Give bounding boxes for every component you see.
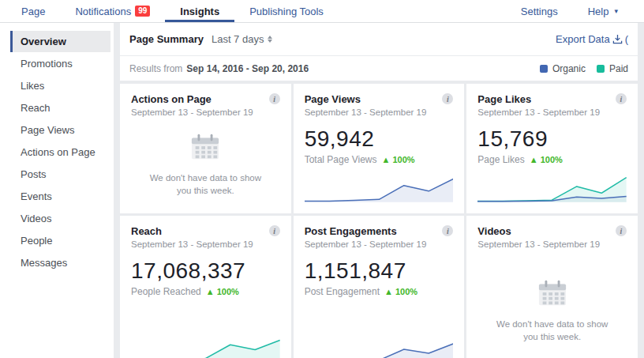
sidebar-item-messages[interactable]: Messages — [10, 252, 110, 273]
legend-organic: Organic — [540, 63, 586, 74]
card-date-range: September 13 - September 19 — [477, 239, 627, 249]
metric-value: 59,942 — [305, 126, 454, 152]
info-icon[interactable]: i — [269, 93, 280, 104]
metric-delta: ▲ 100% — [206, 287, 239, 296]
sidebar: OverviewPromotionsLikesReachPage ViewsAc… — [0, 23, 114, 358]
nav-tab-label: Page — [21, 6, 45, 17]
card-reach: Reach i September 13 - September 19 17,0… — [120, 216, 291, 358]
results-date-range: Sep 14, 2016 - Sep 20, 2016 — [186, 63, 309, 74]
info-icon[interactable]: i — [442, 93, 453, 104]
sidebar-item-promotions[interactable]: Promotions — [10, 53, 110, 74]
nav-tab-insights[interactable]: Insights — [165, 0, 234, 22]
no-data-text: We don't have data to show you this week… — [142, 171, 268, 197]
calendar-icon — [536, 278, 569, 308]
metric-delta: ▲ 100% — [384, 287, 417, 296]
card-date-range: September 13 - September 19 — [131, 107, 280, 117]
card-title: Actions on Page — [131, 93, 212, 105]
card-page-likes: Page Likes i September 13 - September 19… — [466, 84, 638, 213]
nav-right: SettingsHelp▾ — [506, 0, 644, 22]
calendar-icon — [189, 132, 222, 162]
card-actions-on-page: Actions on Page i September 13 - Septemb… — [120, 84, 291, 213]
chart-legend: Organic Paid — [540, 63, 628, 74]
nav-tab-notifications[interactable]: Notifications99 — [60, 0, 165, 22]
sidebar-item-posts[interactable]: Posts — [10, 164, 110, 185]
sidebar-item-page-views[interactable]: Page Views — [10, 119, 110, 141]
organic-swatch-icon — [540, 65, 548, 73]
nav-tab-label: Insights — [180, 6, 219, 17]
card-date-range: September 13 - September 19 — [477, 107, 627, 117]
card-date-range: September 13 - September 19 — [305, 239, 454, 249]
export-data-link[interactable]: Export Data ( — [556, 33, 628, 45]
nav-tab-label: Publishing Tools — [249, 6, 324, 17]
results-bar: Results from Sep 14, 2016 - Sep 20, 2016… — [120, 56, 638, 81]
date-range-selector[interactable]: Last 7 days — [212, 33, 273, 45]
card-page-views: Page Views i September 13 - September 19… — [294, 84, 465, 213]
app-root: PageNotifications99InsightsPublishing To… — [0, 0, 644, 358]
info-icon[interactable]: i — [616, 93, 627, 104]
main-panel: Page Summary Last 7 days Export Data ( R… — [120, 23, 638, 358]
info-icon[interactable]: i — [269, 225, 280, 236]
no-data-box: We don't have data to show you this week… — [131, 124, 280, 197]
notifications-badge: 99 — [135, 6, 150, 17]
page-likes-chart — [477, 165, 627, 204]
sidebar-item-likes[interactable]: Likes — [10, 75, 110, 96]
no-data-text: We don't have data to show you this week… — [489, 318, 615, 343]
card-title: Videos — [477, 225, 511, 237]
card-title: Page Views — [305, 93, 361, 105]
metric-label: Total Page Views — [305, 154, 377, 165]
nav-link-label: Settings — [521, 6, 558, 17]
nav-tab-publishing-tools[interactable]: Publishing Tools — [234, 0, 339, 22]
info-icon[interactable]: i — [616, 225, 627, 236]
metric-delta: ▲ 100% — [382, 155, 415, 164]
metric-value: 17,068,337 — [131, 258, 280, 284]
export-cutoff-text: ( — [625, 33, 628, 45]
cards-grid: Actions on Page i September 13 - Septemb… — [120, 81, 638, 358]
export-data-label: Export Data — [556, 33, 610, 45]
card-post-engagements: Post Engagements i September 13 - Septem… — [294, 216, 465, 358]
download-icon — [612, 34, 623, 44]
reach-chart — [131, 323, 280, 358]
card-title: Reach — [131, 225, 162, 237]
legend-organic-label: Organic — [552, 63, 586, 74]
metric-label: Post Engagement — [305, 286, 380, 297]
legend-paid: Paid — [597, 63, 628, 74]
nav-link-help[interactable]: Help▾ — [573, 0, 633, 22]
sidebar-item-people[interactable]: People — [10, 230, 110, 251]
metric-label: People Reached — [131, 286, 201, 297]
info-icon[interactable]: i — [442, 225, 453, 236]
main-area: OverviewPromotionsLikesReachPage ViewsAc… — [0, 23, 644, 358]
card-title: Page Likes — [477, 93, 531, 105]
nav-tabs: PageNotifications99InsightsPublishing To… — [0, 0, 339, 22]
page-title: Page Summary — [129, 33, 204, 45]
nav-tab-label: Notifications — [75, 6, 131, 17]
card-videos: Videos i September 13 - September 19 — [466, 216, 638, 358]
card-date-range: September 13 - September 19 — [131, 239, 280, 249]
sidebar-item-actions-on-page[interactable]: Actions on Page — [10, 141, 110, 163]
legend-paid-label: Paid — [609, 63, 628, 74]
sidebar-item-videos[interactable]: Videos — [10, 208, 110, 229]
date-range-label: Last 7 days — [212, 33, 264, 45]
sidebar-item-events[interactable]: Events — [10, 186, 110, 207]
metric-delta: ▲ 100% — [530, 155, 563, 164]
metric-value: 1,151,847 — [305, 258, 454, 284]
page-views-chart — [305, 165, 454, 204]
updown-arrows-icon — [268, 36, 272, 43]
sidebar-item-overview[interactable]: Overview — [10, 31, 110, 52]
panel-header: Page Summary Last 7 days Export Data ( — [120, 23, 638, 56]
sidebar-item-reach[interactable]: Reach — [10, 97, 110, 119]
caret-down-icon: ▾ — [614, 7, 618, 15]
nav-link-label: Help — [588, 6, 609, 17]
nav-link-settings[interactable]: Settings — [506, 0, 573, 22]
top-nav: PageNotifications99InsightsPublishing To… — [0, 0, 644, 23]
no-data-box: We don't have data to show you this week… — [477, 270, 627, 343]
post-engagements-chart — [305, 323, 454, 358]
card-title: Post Engagements — [305, 225, 397, 237]
paid-swatch-icon — [597, 65, 605, 73]
results-prefix: Results from — [129, 63, 182, 74]
metric-value: 15,769 — [477, 126, 627, 152]
card-date-range: September 13 - September 19 — [305, 107, 454, 117]
metric-label: Page Likes — [477, 154, 524, 165]
nav-tab-page[interactable]: Page — [6, 0, 60, 22]
